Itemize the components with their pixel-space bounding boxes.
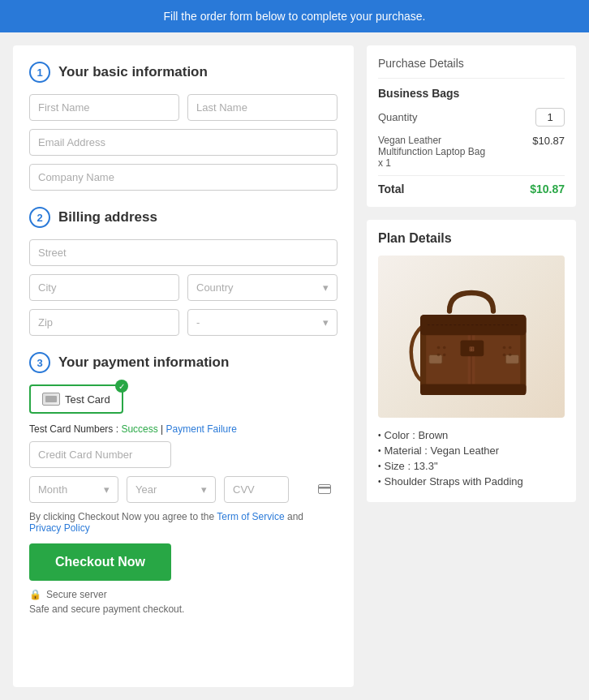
quantity-row: Quantity 1 (378, 108, 565, 127)
street-row (29, 239, 337, 266)
svg-point-15 (437, 354, 441, 357)
month-select[interactable]: Month ▾ (29, 476, 118, 503)
bullet-icon: • (378, 477, 381, 486)
svg-point-13 (437, 346, 441, 350)
safe-text: Safe and secure payment checkout. (29, 603, 337, 615)
card-check-badge: ✓ (115, 380, 128, 393)
section3-header: 3 Your payment information (29, 352, 337, 373)
terms-of-service-link[interactable]: Term of Service (217, 511, 284, 522)
svg-point-18 (509, 346, 512, 350)
step1-circle: 1 (29, 62, 50, 83)
state-placeholder: - (196, 316, 200, 329)
svg-point-14 (443, 346, 446, 350)
year-select[interactable]: Year ▾ (127, 476, 216, 503)
svg-rect-10 (420, 384, 527, 396)
cvv-wrapper (224, 476, 337, 503)
test-card-numbers: Test Card Numbers : Success | Payment Fa… (29, 423, 337, 435)
cvv-card-icon (318, 483, 331, 496)
order-form-panel: 1 Your basic information (13, 45, 354, 687)
test-card-label: Test Card Numbers : (29, 423, 118, 435)
company-row (29, 164, 337, 191)
basic-info-section: 1 Your basic information (29, 62, 337, 191)
secure-info: 🔒 Secure server (29, 589, 337, 600)
country-select[interactable]: Country ▾ (187, 274, 337, 301)
section1-header: 1 Your basic information (29, 62, 337, 83)
purchase-details-title: Purchase Details (378, 57, 565, 79)
test-failure-link[interactable]: Payment Failure (166, 423, 237, 435)
lock-icon: 🔒 (29, 589, 41, 600)
card-number-input[interactable] (29, 441, 171, 468)
svg-point-19 (503, 354, 506, 357)
section1-title: Your basic information (58, 64, 208, 80)
terms-text: By clicking Checkout Now you agree to th… (29, 511, 337, 534)
product-price: $10.87 (532, 135, 565, 147)
test-success-link[interactable]: Success (121, 423, 157, 435)
company-input[interactable] (29, 164, 337, 191)
product-row: Vegan Leather Multifunction Laptop Bag x… (378, 135, 565, 176)
state-select[interactable]: - ▾ (187, 309, 337, 336)
street-input[interactable] (29, 239, 337, 266)
total-amount: $10.87 (530, 183, 565, 195)
bullet-icon: • (378, 431, 381, 440)
bullet-icon: • (378, 462, 381, 470)
step3-circle: 3 (29, 352, 50, 373)
month-chevron-icon: ▾ (104, 483, 110, 496)
product-image: ⊞ (378, 256, 565, 418)
card-icon (42, 393, 60, 406)
name-row (29, 94, 337, 121)
step2-circle: 2 (29, 207, 50, 228)
cvv-input[interactable] (224, 476, 289, 503)
section3-title: Your payment information (58, 354, 229, 371)
quantity-box[interactable]: 1 (535, 108, 565, 127)
city-country-row: Country ▾ (29, 274, 337, 301)
state-chevron-icon: ▾ (323, 316, 329, 329)
plan-feature-item: •Color : Brown (378, 429, 565, 441)
svg-rect-1 (318, 487, 331, 489)
plan-features: •Color : Brown•Material : Vegan Leather•… (378, 429, 565, 487)
svg-text:⊞: ⊞ (469, 346, 475, 353)
plan-details-card: Plan Details (367, 220, 576, 502)
zip-input[interactable] (29, 309, 179, 336)
first-name-input[interactable] (29, 94, 179, 121)
plan-feature-item: •Material : Vegan Leather (378, 444, 565, 457)
svg-rect-12 (505, 355, 518, 364)
expiry-cvv-row: Month ▾ Year ▾ (29, 476, 337, 503)
country-placeholder: Country (196, 281, 234, 294)
country-chevron-icon: ▾ (323, 281, 329, 294)
svg-point-16 (443, 354, 446, 357)
card-option-label: Test Card (65, 393, 110, 406)
banner-text: Fill the order form below to complete yo… (164, 10, 426, 23)
year-placeholder: Year (135, 483, 157, 496)
svg-point-17 (503, 346, 506, 350)
checkout-button[interactable]: Checkout Now (29, 543, 171, 581)
test-card-option[interactable]: Test Card ✓ (29, 384, 123, 414)
year-chevron-icon: ▾ (201, 483, 207, 496)
svg-rect-11 (429, 355, 442, 364)
product-category: Business Bags (378, 87, 565, 100)
svg-rect-0 (319, 484, 331, 493)
privacy-policy-link[interactable]: Privacy Policy (29, 522, 90, 534)
plan-feature-item: •Size : 13.3" (378, 460, 565, 472)
payment-section: 3 Your payment information Test Card ✓ T… (29, 352, 337, 615)
billing-section: 2 Billing address Country ▾ (29, 207, 337, 336)
right-panel: Purchase Details Business Bags Quantity … (367, 45, 576, 687)
card-number-row (29, 441, 337, 468)
section2-title: Billing address (58, 209, 157, 225)
secure-label: Secure server (46, 589, 107, 600)
section2-header: 2 Billing address (29, 207, 337, 228)
city-input[interactable] (29, 274, 179, 301)
last-name-input[interactable] (187, 94, 337, 121)
plan-feature-item: •Shoulder Straps with Padding (378, 475, 565, 487)
bullet-icon: • (378, 446, 381, 455)
plan-title: Plan Details (378, 231, 565, 246)
email-input[interactable] (29, 129, 337, 156)
product-name: Vegan Leather Multifunction Laptop Bag x… (378, 135, 492, 169)
svg-point-20 (509, 354, 512, 357)
email-row (29, 129, 337, 156)
total-row: Total $10.87 (378, 183, 565, 195)
total-label: Total (378, 183, 404, 195)
purchase-details-card: Purchase Details Business Bags Quantity … (367, 45, 576, 207)
quantity-label: Quantity (378, 111, 417, 123)
zip-state-row: - ▾ (29, 309, 337, 336)
month-placeholder: Month (38, 483, 67, 496)
